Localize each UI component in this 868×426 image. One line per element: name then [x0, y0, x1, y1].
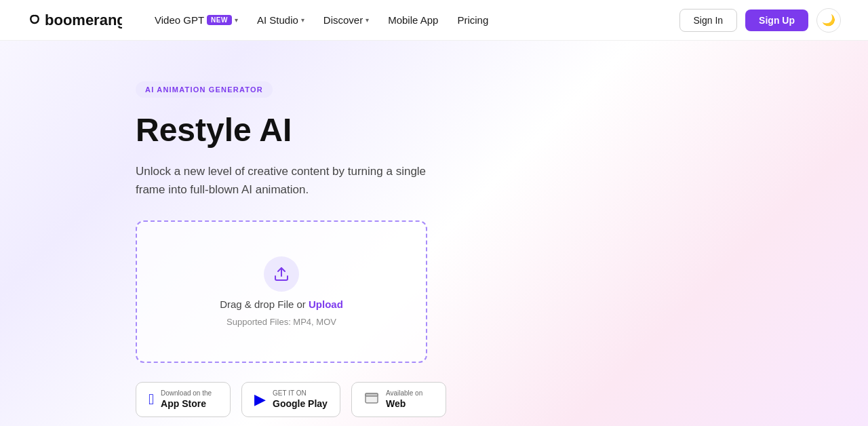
drag-drop-label: Drag & drop File or [220, 298, 309, 310]
web-name: Web [386, 398, 422, 410]
supported-files-text: Supported Files: MP4, MOV [226, 317, 336, 327]
appstore-button[interactable]:  Download on the App Store [136, 382, 231, 417]
appstore-name: App Store [161, 398, 212, 410]
theme-toggle-button[interactable]: 🌙 [816, 8, 841, 33]
nav-label-discover: Discover [323, 14, 363, 26]
svg-rect-3 [366, 393, 378, 396]
chevron-down-icon: ▾ [301, 16, 304, 24]
appstore-sub: Download on the [161, 389, 212, 398]
hero-title: Restyle AI [136, 113, 475, 149]
signup-button[interactable]: Sign Up [745, 9, 808, 31]
moon-icon: 🌙 [822, 14, 835, 26]
googleplay-name: Google Play [273, 398, 328, 410]
signin-button[interactable]: Sign In [679, 9, 738, 32]
web-button[interactable]: Available on Web [351, 382, 446, 417]
store-buttons-group:  Download on the App Store ▶ GET IT ON … [136, 382, 475, 426]
web-icon [364, 391, 379, 408]
upload-dropzone[interactable]: Drag & drop File or Upload Supported Fil… [136, 220, 427, 363]
nav-label-pricing: Pricing [457, 14, 488, 26]
googleplay-icon: ▶ [254, 392, 266, 407]
logo[interactable]: boomerang [27, 9, 122, 32]
chevron-down-icon: ▾ [235, 16, 238, 24]
nav-label-aistudio: AI Studio [257, 14, 298, 26]
nav-item-videogpt[interactable]: Video GPT NEW ▾ [146, 10, 246, 30]
nav-badge-new: NEW [207, 15, 232, 25]
upload-link[interactable]: Upload [309, 298, 343, 310]
logo-icon: boomerang [27, 9, 122, 32]
page-wrapper: AI ANIMATION GENERATOR Restyle AI Unlock… [0, 41, 868, 426]
web-text: Available on Web [386, 389, 422, 410]
nav-item-mobileapp[interactable]: Mobile App [380, 10, 446, 30]
hero-description: Unlock a new level of creative content b… [136, 162, 434, 199]
googleplay-button[interactable]: ▶ GET IT ON Google Play [241, 382, 340, 417]
nav-item-discover[interactable]: Discover ▾ [315, 10, 377, 30]
appstore-text: Download on the App Store [161, 389, 212, 410]
nav-label-mobileapp: Mobile App [388, 14, 438, 26]
main-content: AI ANIMATION GENERATOR Restyle AI Unlock… [0, 41, 475, 426]
apple-icon:  [149, 392, 154, 407]
nav-links: Video GPT NEW ▾ AI Studio ▾ Discover ▾ M… [146, 10, 679, 30]
navigation: boomerang Video GPT NEW ▾ AI Studio ▾ Di… [0, 0, 868, 41]
chevron-down-icon: ▾ [366, 16, 369, 24]
nav-item-pricing[interactable]: Pricing [449, 10, 496, 30]
upload-prompt-text: Drag & drop File or Upload [220, 298, 343, 310]
svg-text:boomerang: boomerang [45, 12, 122, 28]
nav-label-videogpt: Video GPT [155, 14, 204, 26]
upload-icon [273, 266, 290, 282]
nav-right: Sign In Sign Up 🌙 [679, 8, 841, 33]
upload-icon-wrapper [264, 256, 299, 292]
googleplay-text: GET IT ON Google Play [273, 389, 328, 410]
category-badge: AI ANIMATION GENERATOR [136, 81, 273, 98]
web-sub: Available on [386, 389, 422, 398]
nav-item-aistudio[interactable]: AI Studio ▾ [249, 10, 313, 30]
googleplay-sub: GET IT ON [273, 389, 328, 398]
